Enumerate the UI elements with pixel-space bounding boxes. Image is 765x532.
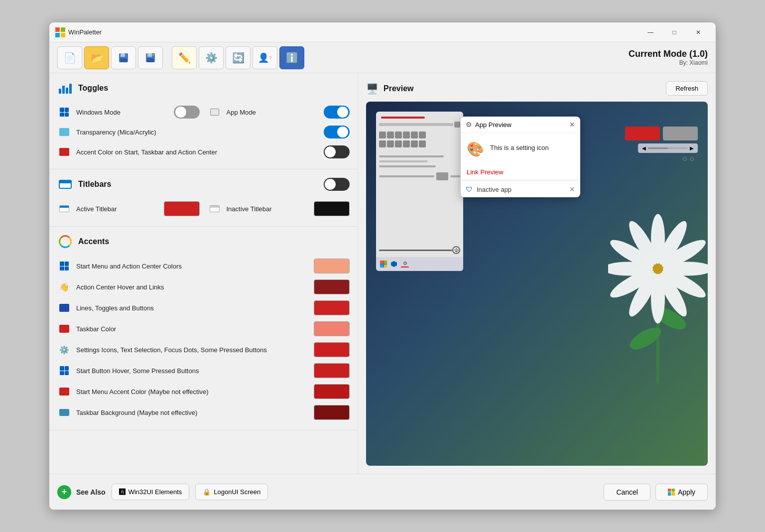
transparency-knob — [337, 127, 348, 137]
current-mode-title: Current Mode (1.0) — [629, 49, 708, 59]
app-mode-icon — [208, 105, 222, 119]
toggles-icon — [57, 80, 73, 96]
svg-rect-3 — [61, 33, 65, 37]
start-menu-row: Start Menu and Action Center Colors — [57, 256, 350, 276]
windows-mode-toggle[interactable] — [174, 106, 200, 119]
svg-rect-1 — [61, 27, 65, 32]
app-mode-row: App Mode — [208, 102, 350, 122]
right-swatch-gray — [663, 127, 698, 140]
logon-label: LogonUI Screen — [214, 488, 260, 496]
taskbar-color-swatch[interactable] — [314, 321, 350, 336]
toggles-section: Toggles Windows Mode — [49, 73, 358, 169]
info-button[interactable]: ℹ️ — [279, 46, 304, 69]
user-button[interactable]: 👤? — [253, 46, 277, 69]
svg-rect-2 — [55, 33, 60, 37]
start-accent-label: Start Menu Accent Color (Maybe not effec… — [76, 388, 309, 396]
mode-row: Windows Mode App Mode — [57, 102, 350, 122]
app-preview-title: App Preview — [475, 121, 566, 129]
settings-icons-icon: ⚙️ — [57, 343, 71, 357]
new-file-button[interactable]: 📄 — [57, 46, 82, 69]
inactive-close-button[interactable]: ✕ — [569, 185, 575, 193]
win32-icon: 🅰 — [119, 488, 126, 496]
save-button[interactable] — [111, 46, 136, 69]
inactive-titlebar-label: Inactive Titlebar — [227, 205, 309, 213]
app-preview-popup: ⚙ App Preview ✕ 🎨 This is a setting icon… — [461, 117, 580, 197]
inactive-titlebar-row: Inactive Titlebar — [208, 198, 350, 219]
toolbar: 📄 📂 + ✏️ ⚙️ 🔄 👤? ℹ️ Current Mode (1.0) B… — [49, 42, 716, 73]
taskbar-bg-row: Taskbar Background (Maybe not effective) — [57, 402, 350, 423]
transparency-toggle[interactable] — [324, 126, 350, 138]
main-window: WinPaletter — □ ✕ 📄 📂 + ✏️ ⚙️ 🔄 👤? ℹ️ Cu… — [49, 22, 716, 510]
right-panel: 🖥️ Preview Refresh — [358, 73, 716, 474]
accent-start-row: Accent Color on Start, Taskbar and Actio… — [57, 142, 350, 162]
see-also-icon: + — [57, 485, 71, 499]
windows-mode-label: Windows Mode — [76, 109, 169, 116]
start-hover-label: Start Button Hover, Some Pressed Buttons — [76, 367, 309, 375]
preview-canvas: ⏻ ⚙ — [366, 102, 708, 466]
app-mode-toggle[interactable] — [324, 106, 350, 119]
action-center-swatch[interactable] — [314, 279, 350, 294]
start-menu-swatch[interactable] — [314, 259, 350, 273]
inactive-titlebar-swatch[interactable] — [314, 201, 350, 216]
settings-icons-row: ⚙️ Settings Icons, Text Selection, Focus… — [57, 339, 350, 360]
refresh-button[interactable]: Refresh — [666, 81, 708, 96]
action-center-row: 👋 Action Center Hover and Links — [57, 276, 350, 297]
lines-label: Lines, Toggles and Buttons — [76, 304, 309, 312]
bottom-bar: + See Also 🅰 Win32UI Elements 🔒 LogonUI … — [49, 474, 716, 510]
apply-label: Apply — [678, 488, 695, 496]
open-button[interactable]: 📂 — [84, 46, 109, 69]
bottom-actions: Cancel Apply — [604, 484, 708, 501]
logon-button[interactable]: 🔒 LogonUI Screen — [195, 484, 268, 500]
app-preview-close-button[interactable]: ✕ — [569, 121, 575, 129]
dot-1 — [683, 157, 687, 161]
titlebars-header: Titlebars — [57, 176, 350, 192]
accents-title: Accents — [78, 237, 350, 246]
cancel-button[interactable]: Cancel — [604, 484, 650, 501]
volume-right-icon: ▶ — [690, 145, 694, 151]
logon-icon: 🔒 — [203, 488, 211, 496]
inactive-app-label: Inactive app — [477, 186, 565, 193]
start-hover-row: Start Button Hover, Some Pressed Buttons — [57, 360, 350, 381]
save-icon — [118, 52, 129, 63]
taskbar-bg-swatch[interactable] — [314, 405, 350, 420]
lines-swatch[interactable] — [314, 300, 350, 315]
preview-title: Preview — [383, 84, 661, 93]
app-logo-icon — [55, 27, 65, 37]
see-also-section: + See Also — [57, 485, 106, 499]
settings-button[interactable]: ⚙️ — [199, 46, 224, 69]
start-accent-swatch[interactable] — [314, 384, 350, 399]
settings-icons-swatch[interactable] — [314, 342, 350, 357]
app-preview-titlebar: ⚙ App Preview ✕ — [461, 117, 580, 133]
close-button[interactable]: ✕ — [687, 24, 710, 40]
taskbar-color-label: Taskbar Color — [76, 325, 309, 333]
preview-icon: 🖥️ — [366, 83, 379, 95]
save-as-button[interactable]: + — [138, 46, 163, 69]
svg-rect-8 — [147, 53, 152, 57]
windows-mode-icon — [57, 105, 71, 119]
active-titlebar-row: Active Titlebar — [57, 198, 200, 219]
active-titlebar-label: Active Titlebar — [76, 205, 159, 213]
app-preview-body: 🎨 This is a setting icon — [461, 133, 580, 165]
window-controls: — □ ✕ — [639, 24, 710, 40]
current-mode-subtitle: By: Xiaomi — [629, 59, 708, 66]
win32-button[interactable]: 🅰 Win32UI Elements — [112, 484, 190, 500]
accents-header: Accents — [57, 234, 350, 250]
sync-button[interactable]: 🔄 — [226, 46, 251, 69]
start-hover-swatch[interactable] — [314, 363, 350, 378]
maximize-button[interactable]: □ — [663, 24, 686, 40]
app-preview-link[interactable]: Link Preview — [461, 165, 580, 181]
titlebars-toggle[interactable] — [324, 178, 350, 191]
app-preview-setting-text: This is a setting icon — [490, 141, 549, 151]
start-hover-icon — [57, 364, 71, 378]
titlebars-knob — [325, 179, 336, 190]
see-also-label: See Also — [76, 488, 106, 496]
minimize-button[interactable]: — — [639, 24, 662, 40]
start-accent-icon — [57, 385, 71, 399]
titlebars-row: Active Titlebar Inactive Titlebar — [57, 198, 350, 219]
accent-start-toggle[interactable] — [324, 145, 350, 158]
apply-button[interactable]: Apply — [655, 484, 708, 501]
action-center-label: Action Center Hover and Links — [76, 283, 309, 291]
svg-rect-9 — [147, 58, 154, 62]
active-titlebar-swatch[interactable] — [164, 201, 200, 216]
edit-button[interactable]: ✏️ — [172, 46, 197, 69]
